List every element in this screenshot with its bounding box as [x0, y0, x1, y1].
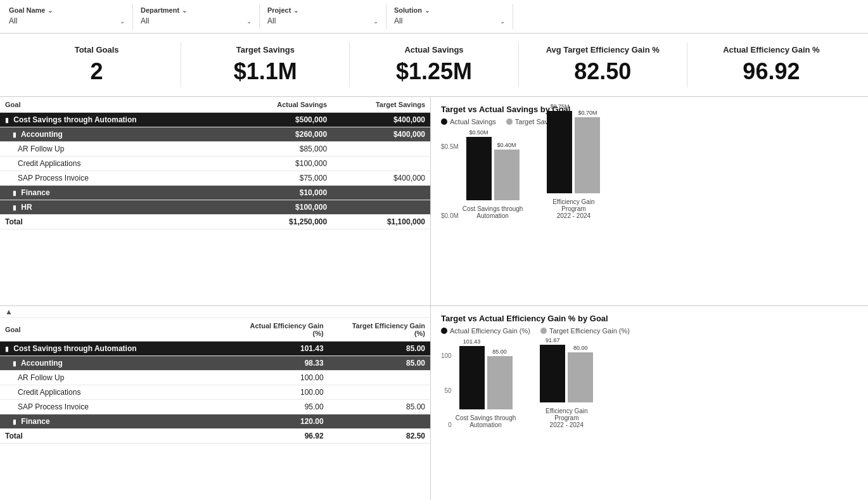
bar-x-label: Efficiency Gain Program2022 - 2024	[542, 198, 605, 219]
actual-savings: $500,000	[233, 113, 332, 127]
table-row: AR Follow Up$85,000	[0, 142, 430, 157]
bar-group-1: 91.67 80.00 Efficiency Gain Program2022 …	[535, 337, 598, 428]
filter-select[interactable]: All ⌄	[9, 15, 125, 27]
bar-1: $0.40M	[494, 142, 520, 200]
bar-1: 85.00	[487, 349, 513, 409]
bar-value-label: 85.00	[492, 349, 507, 355]
scroll-up-indicator[interactable]: ▲	[0, 306, 430, 318]
chevron-down-icon: ⌄	[373, 18, 378, 25]
table-row: ▮ Cost Savings through Automation$500,00…	[0, 113, 430, 127]
filter-group-solution[interactable]: Solution ⌄ All ⌄	[386, 4, 513, 29]
row-name: AR Follow Up	[0, 142, 233, 157]
target-savings	[332, 157, 430, 171]
actual-savings: $100,000	[233, 200, 332, 215]
row-name: Credit Applications	[0, 157, 233, 171]
actual-savings: $100,000	[233, 157, 332, 171]
kpi-label: Target Savings	[236, 45, 295, 54]
bar-x-label: Cost Savings throughAutomation	[463, 205, 523, 219]
kpi-value: 2	[91, 58, 103, 85]
bar-pair: 101.43 85.00	[459, 338, 513, 409]
target-efficiency	[329, 385, 430, 400]
actual-efficiency: 120.00	[227, 414, 328, 429]
savings-table-section: GoalActual SavingsTarget Savings ▮ Cost …	[0, 97, 430, 306]
row-name: Total	[0, 215, 233, 229]
y-label: $0.0M	[441, 212, 459, 219]
target-savings: $1,100,000	[332, 215, 430, 229]
table-row: ▮ HR$100,000	[0, 200, 430, 215]
expand-icon[interactable]: ▮	[13, 418, 16, 425]
table-row: Total$1,250,000$1,100,000	[0, 215, 430, 229]
filter-select[interactable]: All ⌄	[141, 15, 252, 27]
efficiency-chart-section: Target vs Actual Efficiency Gain % by Go…	[431, 306, 868, 500]
y-axis: 100 50 0	[441, 352, 456, 428]
expand-icon[interactable]: ▮	[13, 360, 16, 367]
actual-efficiency: 96.92	[227, 429, 328, 444]
kpi-value: 96.92	[743, 58, 800, 85]
filter-label: Project ⌄	[267, 6, 378, 14]
expand-icon[interactable]: ▮	[5, 345, 9, 352]
actual-savings: $10,000	[233, 186, 332, 200]
filter-group-goal-name[interactable]: Goal Name ⌄ All ⌄	[6, 4, 133, 29]
target-efficiency	[329, 414, 430, 429]
table-row: Credit Applications100.00	[0, 385, 430, 400]
table-row: ▮ Accounting98.3385.00	[0, 356, 430, 371]
row-name: ▮ Accounting	[0, 356, 227, 371]
filter-select[interactable]: All ⌄	[267, 15, 378, 27]
bar-value-label: 80.00	[573, 345, 588, 351]
y-label: 0	[448, 421, 452, 428]
y-label: $0.5M	[441, 143, 459, 150]
target-efficiency: 85.00	[329, 356, 430, 371]
bar-value-label: $0.70M	[578, 110, 597, 116]
kpi-value: 82.50	[574, 58, 631, 85]
row-name: ▮ Accounting	[0, 127, 233, 142]
bar-group-0: 101.43 85.00 Cost Savings throughAutomat…	[456, 338, 516, 428]
table-row: ▮ Finance120.00	[0, 414, 430, 429]
efficiency-col-header-2: Target Efficiency Gain(%)	[329, 318, 430, 342]
expand-icon[interactable]: ▮	[13, 131, 16, 138]
target-savings	[332, 142, 430, 157]
filter-select[interactable]: All ⌄	[394, 15, 505, 27]
target-efficiency	[329, 371, 430, 385]
savings-col-header-0: Goal	[0, 97, 233, 113]
savings-table: GoalActual SavingsTarget Savings ▮ Cost …	[0, 97, 430, 229]
filter-group-project[interactable]: Project ⌄ All ⌄	[260, 4, 386, 29]
bar-x-label: Efficiency Gain Program2022 - 2024	[535, 407, 598, 428]
chevron-down-icon: ⌄	[293, 7, 298, 14]
legend-dot	[441, 119, 447, 125]
target-savings	[332, 200, 430, 215]
kpi-value: $1.1M	[234, 58, 297, 85]
bar-0: $0.75M	[547, 103, 572, 193]
y-label: 50	[445, 387, 452, 394]
savings-table-container[interactable]: GoalActual SavingsTarget Savings ▮ Cost …	[0, 97, 430, 305]
kpi-label: Actual Savings	[404, 45, 463, 54]
expand-icon[interactable]: ▮	[13, 204, 16, 211]
y-axis: $0.5M $0.0M	[441, 143, 463, 219]
bar-rect	[547, 111, 572, 193]
savings-chart-area: $0.5M $0.0M $0.50M $0.40M Cost Savings t…	[441, 131, 858, 219]
efficiency-col-header-1: Actual Efficiency Gain(%)	[227, 318, 328, 342]
row-name: ▮ HR	[0, 200, 233, 215]
bar-1: $0.70M	[575, 110, 600, 193]
bar-rect	[575, 117, 600, 193]
kpi-label: Actual Efficiency Gain %	[723, 45, 819, 54]
bar-x-label: Cost Savings throughAutomation	[456, 414, 516, 428]
bar-value-label: $0.50M	[469, 129, 488, 136]
row-name: Credit Applications	[0, 385, 227, 400]
y-label: 100	[441, 352, 452, 359]
expand-icon[interactable]: ▮	[13, 189, 16, 196]
efficiency-table-container[interactable]: ▲GoalActual Efficiency Gain(%)Target Eff…	[0, 306, 430, 500]
expand-icon[interactable]: ▮	[5, 117, 9, 124]
chevron-down-icon: ⌄	[182, 7, 187, 14]
actual-savings: $1,250,000	[233, 215, 332, 229]
table-row: SAP Process Invoice95.0085.00	[0, 400, 430, 414]
legend-dot	[441, 328, 447, 334]
filter-group-department[interactable]: Department ⌄ All ⌄	[133, 4, 260, 29]
actual-savings: $260,000	[233, 127, 332, 142]
bar-group-1: $0.75M $0.70M Efficiency Gain Program202…	[542, 103, 605, 219]
efficiency-table: ▲GoalActual Efficiency Gain(%)Target Eff…	[0, 306, 430, 444]
efficiency-chart-title: Target vs Actual Efficiency Gain % by Go…	[441, 314, 858, 323]
actual-efficiency: 100.00	[227, 385, 328, 400]
row-name: ▮ Cost Savings through Automation	[0, 342, 227, 356]
kpi-target-savings: Target Savings $1.1M	[181, 42, 350, 87]
bar-value-label: $0.75M	[550, 103, 569, 110]
